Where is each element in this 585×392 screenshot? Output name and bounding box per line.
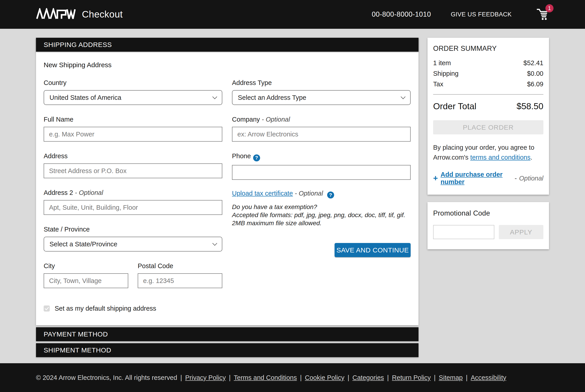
shipping-address-section-title: SHIPPING ADDRESS [44,41,112,48]
chevron-down-icon [401,94,405,99]
shipping-address-panel: SHIPPING ADDRESS New Shipping Address Co… [36,38,419,325]
shipment-method-section-header[interactable]: SHIPMENT METHOD [36,343,419,357]
city-field: City [44,262,128,288]
company-field: Company - Optional [232,116,411,142]
checkout-page: Checkout 00-800-8000-1010 GIVE US FEEDBA… [0,0,585,392]
city-label: City [44,262,128,270]
state-select[interactable]: Select a State/Province [44,237,222,252]
default-shipping-row: Set as my default shipping address [44,305,222,312]
address-field: Address [44,152,222,178]
tax-note-formats: Accepted file formats: pdf, jpg, jpeg, p… [232,211,411,219]
address-type-field: Address Type Select an Address Type [232,79,411,105]
state-select-value: Select a State/Province [50,240,117,248]
page-title: Checkout [82,9,123,20]
footer-link-sitemap[interactable]: Sitemap [439,374,463,382]
promo-code-title: Promotional Code [433,209,543,217]
order-total-row: Order Total$58.50 [433,101,543,111]
tax-certificate-block: Upload tax certificate - Optional ? Do y… [232,190,411,228]
copyright-text: © 2024 Arrow Electronics, Inc. All right… [36,374,177,382]
feedback-link[interactable]: GIVE US FEEDBACK [451,11,512,18]
phone-input[interactable] [232,165,411,180]
save-and-continue-button[interactable]: SAVE AND CONTINUE [335,243,411,257]
footer-link-cookie-policy[interactable]: Cookie Policy [305,374,345,382]
footer-link-accessibility[interactable]: Accessibility [471,374,506,382]
city-postal-row: City Postal Code [44,262,222,288]
company-label: Company - Optional [232,116,411,123]
header-actions: 00-800-8000-1010 GIVE US FEEDBACK 1 [372,8,549,21]
form-left-column: Country United States of America Full Na… [44,79,222,312]
place-order-button[interactable]: PLACE ORDER [433,120,543,134]
purchase-order-row: + Add purchase order number - Optional [433,171,543,186]
shipment-method-title: SHIPMENT METHOD [44,346,111,354]
full-name-input[interactable] [44,127,222,142]
address-type-select-value: Select an Address Type [238,94,306,101]
plus-icon: + [433,174,438,182]
chevron-down-icon [212,241,217,246]
country-field: Country United States of America [44,79,222,105]
address2-label: Address 2 - Optional [44,189,222,196]
terms-and-conditions-link[interactable]: terms and conditions [470,154,530,161]
tax-help-icon[interactable]: ? [327,192,334,198]
arrow-logo[interactable] [36,8,76,21]
postal-code-field: Postal Code [138,262,222,288]
phone-field: Phone? [232,152,411,180]
order-summary-title: ORDER SUMMARY [433,44,543,52]
country-select-value: United States of America [50,94,121,101]
summary-row-shipping: Shipping$0.00 [433,70,543,77]
add-purchase-order-link[interactable]: Add purchase order number [441,171,511,186]
sidebar: ORDER SUMMARY 1 item$52.41 Shipping$0.00… [428,38,549,357]
payment-method-section-header[interactable]: PAYMENT METHOD [36,327,419,341]
full-name-label: Full Name [44,116,222,123]
footer-link-terms-and-conditions[interactable]: Terms and Conditions [234,374,297,382]
address2-field: Address 2 - Optional [44,189,222,215]
default-shipping-checkbox[interactable] [44,306,50,312]
shipping-address-form: New Shipping Address Country United Stat… [36,52,419,325]
city-input[interactable] [44,273,128,288]
company-input[interactable] [232,127,411,142]
address-type-label: Address Type [232,79,411,86]
terms-agreement-text: By placing your order, you agree to Arro… [433,142,543,162]
support-phone-link[interactable]: 00-800-8000-1010 [372,10,431,18]
promo-code-input[interactable] [433,225,494,239]
cart-icon [536,17,549,21]
promo-code-card: Promotional Code APPLY [428,202,549,249]
country-select[interactable]: United States of America [44,90,222,105]
summary-divider [433,94,543,95]
chevron-down-icon [212,94,217,99]
default-shipping-label: Set as my default shipping address [55,305,156,312]
summary-row-tax: Tax$6.09 [433,80,543,88]
tax-note-size: 2MB maximum file size allowed. [232,219,411,227]
form-subtitle: New Shipping Address [44,61,411,69]
upload-tax-certificate-link[interactable]: Upload tax certificate [232,190,293,197]
footer-link-return-policy[interactable]: Return Policy [392,374,431,382]
shipping-address-section-header[interactable]: SHIPPING ADDRESS [36,38,419,52]
cart-count-badge: 1 [545,4,553,12]
postal-code-label: Postal Code [138,262,222,270]
phone-help-icon[interactable]: ? [253,154,260,162]
footer: © 2024 Arrow Electronics, Inc. All right… [0,363,585,392]
address2-input[interactable] [44,200,222,215]
apply-promo-button[interactable]: APPLY [499,225,543,239]
postal-code-input[interactable] [138,273,222,288]
form-right-column: Address Type Select an Address Type Comp… [232,79,411,312]
footer-link-privacy-policy[interactable]: Privacy Policy [185,374,226,382]
country-label: Country [44,79,222,86]
content: SHIPPING ADDRESS New Shipping Address Co… [36,38,549,357]
phone-label: Phone? [232,152,411,162]
address-type-select[interactable]: Select an Address Type [232,90,411,105]
address-input[interactable] [44,164,222,178]
header: Checkout 00-800-8000-1010 GIVE US FEEDBA… [0,0,585,29]
header-brand: Checkout [36,8,123,21]
state-label: State / Province [44,226,222,233]
full-name-field: Full Name [44,116,222,142]
order-summary-card: ORDER SUMMARY 1 item$52.41 Shipping$0.00… [428,38,549,195]
main-column: SHIPPING ADDRESS New Shipping Address Co… [36,38,419,357]
state-field: State / Province Select a State/Province [44,226,222,252]
payment-method-title: PAYMENT METHOD [44,330,108,338]
footer-link-categories[interactable]: Categories [352,374,384,382]
summary-row-items: 1 item$52.41 [433,59,543,67]
address-label: Address [44,152,222,160]
cart-button[interactable]: 1 [536,8,549,21]
tax-note-exemption: Do you have a tax exemption? [232,203,411,211]
